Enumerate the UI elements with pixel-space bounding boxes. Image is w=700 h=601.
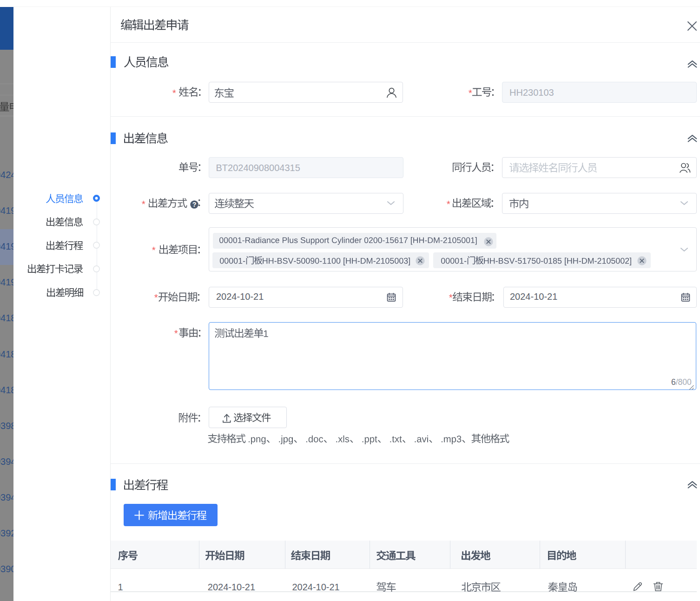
svg-text:?: ? xyxy=(192,201,197,208)
